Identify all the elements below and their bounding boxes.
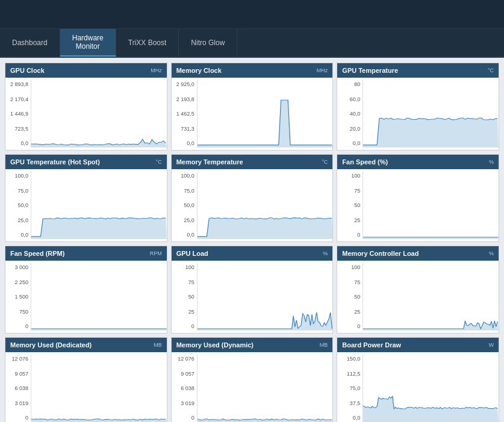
y-axis-label: 25 <box>354 309 360 315</box>
card-body-memory-used-dedicated: 12 0769 0576 0383 0190 <box>5 352 167 422</box>
y-axis-memory-controller-load: 1007550250 <box>337 263 362 330</box>
card-fan-speed-rpm: Fan Speed (RPM)RPM3 0002 2501 5007500 <box>5 246 167 334</box>
y-axis-label: 100,0 <box>14 173 28 179</box>
y-axis-label: 75,0 <box>350 385 361 391</box>
chart-gpu-temperature-hotspot <box>31 172 167 239</box>
chart-gpu-load <box>197 263 333 330</box>
y-axis-label: 0 <box>25 415 28 421</box>
y-axis-label: 80 <box>354 81 360 87</box>
y-axis-memory-used-dedicated: 12 0769 0576 0383 0190 <box>5 355 31 422</box>
card-body-gpu-temperature: 8060,040,020,00,0 <box>337 78 499 150</box>
y-axis-label: 37,5 <box>350 400 361 406</box>
y-axis-label: 723,5 <box>14 126 28 132</box>
y-axis-label: 0 <box>357 232 360 238</box>
minimize-button[interactable] <box>463 7 478 22</box>
card-unit-memory-controller-load: % <box>489 250 494 256</box>
y-axis-label: 25 <box>188 309 194 315</box>
y-axis-label: 75 <box>354 188 360 194</box>
card-unit-memory-temperature: °C <box>322 159 328 165</box>
close-button[interactable] <box>482 7 497 22</box>
y-axis-label: 75 <box>354 279 360 285</box>
card-unit-fan-speed-rpm: RPM <box>150 250 162 256</box>
card-unit-fan-speed-pct: % <box>489 159 494 165</box>
y-axis-label: 75,0 <box>17 188 28 194</box>
y-axis-label: 6 038 <box>14 385 28 391</box>
card-unit-memory-used-dedicated: MB <box>154 342 162 348</box>
title-buttons <box>463 7 497 22</box>
y-axis-label: 100,0 <box>181 173 194 179</box>
card-memory-temperature: Memory Temperature°C100,075,050,025,00,0 <box>171 154 334 242</box>
card-title-gpu-clock: GPU Clock <box>10 67 45 74</box>
card-title-memory-used-dedicated: Memory Used (Dedicated) <box>10 341 92 349</box>
tab-nitro-glow[interactable]: Nitro Glow <box>179 29 237 57</box>
card-header-fan-speed-rpm: Fan Speed (RPM)RPM <box>5 246 167 261</box>
card-header-gpu-load: GPU Load% <box>172 246 333 261</box>
card-title-memory-clock: Memory Clock <box>176 67 222 74</box>
card-header-memory-controller-load: Memory Controller Load% <box>337 246 499 261</box>
y-axis-label: 25 <box>354 217 360 223</box>
tab-hardware-monitor[interactable]: HardwareMonitor <box>60 29 116 57</box>
card-header-memory-used-dedicated: Memory Used (Dedicated)MB <box>5 338 167 352</box>
y-axis-label: 9 057 <box>181 371 194 377</box>
y-axis-label: 0 <box>25 323 28 329</box>
card-unit-gpu-temperature: °C <box>488 67 494 73</box>
y-axis-label: 0 <box>191 323 194 329</box>
y-axis-label: 2 170,4 <box>10 96 28 102</box>
y-axis-label: 100 <box>351 264 360 270</box>
card-body-gpu-clock: 2 893,82 170,41 446,9723,50,0 <box>5 78 167 150</box>
y-axis-label: 1 446,9 <box>10 111 28 117</box>
y-axis-label: 75,0 <box>184 188 194 194</box>
card-board-power-draw: Board Power DrawW150,0112,575,037,50,0 <box>337 337 499 422</box>
y-axis-label: 50 <box>354 202 360 208</box>
tab-dashboard[interactable]: Dashboard <box>0 29 60 57</box>
y-axis-gpu-load: 1007550250 <box>172 263 197 330</box>
y-axis-label: 12 076 <box>178 356 194 362</box>
card-body-memory-used-dynamic: 12 0769 0576 0383 0190 <box>172 352 333 422</box>
card-body-gpu-load: 1007550250 <box>172 261 333 333</box>
y-axis-label: 2 250 <box>14 279 28 285</box>
y-axis-gpu-clock: 2 893,82 170,41 446,9723,50,0 <box>5 80 31 147</box>
logo-area <box>7 13 12 16</box>
card-body-fan-speed-pct: 1007550250 <box>337 169 499 241</box>
card-memory-used-dynamic: Memory Used (Dynamic)MB12 0769 0576 0383… <box>171 337 334 422</box>
y-axis-label: 50 <box>188 294 194 300</box>
tab-trixx-boost[interactable]: TriXX Boost <box>116 29 179 57</box>
card-header-memory-used-dynamic: Memory Used (Dynamic)MB <box>172 338 333 352</box>
y-axis-label: 0 <box>357 323 360 329</box>
chart-memory-clock <box>197 80 333 147</box>
y-axis-label: 2 193,8 <box>176 96 194 102</box>
chart-gpu-temperature <box>362 80 499 147</box>
y-axis-label: 100 <box>185 264 194 270</box>
y-axis-label: 0,0 <box>187 140 194 146</box>
y-axis-label: 50,0 <box>17 202 28 208</box>
card-body-gpu-temperature-hotspot: 100,075,050,025,00,0 <box>5 169 167 241</box>
y-axis-gpu-temperature: 8060,040,020,00,0 <box>337 80 362 147</box>
chart-memory-used-dynamic <box>197 355 333 422</box>
card-unit-memory-clock: MHz <box>317 67 328 73</box>
y-axis-label: 0,0 <box>353 415 361 421</box>
card-header-gpu-temperature-hotspot: GPU Temperature (Hot Spot)°C <box>5 155 167 169</box>
y-axis-fan-speed-rpm: 3 0002 2501 5007500 <box>5 263 31 330</box>
card-title-gpu-load: GPU Load <box>176 250 208 257</box>
chart-memory-used-dedicated <box>31 355 167 422</box>
card-header-memory-temperature: Memory Temperature°C <box>172 155 333 169</box>
y-axis-label: 0,0 <box>20 232 28 238</box>
y-axis-memory-temperature: 100,075,050,025,00,0 <box>172 172 197 239</box>
y-axis-label: 50 <box>354 294 360 300</box>
title-bar <box>0 0 504 29</box>
card-gpu-load: GPU Load%1007550250 <box>171 246 334 334</box>
y-axis-label: 0 <box>191 415 194 421</box>
y-axis-memory-clock: 2 925,02 193,81 462,5731,30,0 <box>172 80 197 147</box>
y-axis-label: 20,0 <box>350 126 361 132</box>
card-body-memory-controller-load: 1007550250 <box>337 261 499 333</box>
y-axis-label: 9 057 <box>14 371 28 377</box>
card-body-memory-clock: 2 925,02 193,81 462,5731,30,0 <box>172 78 333 150</box>
y-axis-label: 112,5 <box>347 371 361 377</box>
chart-gpu-clock <box>31 80 167 147</box>
y-axis-label: 731,3 <box>181 126 194 132</box>
y-axis-board-power-draw: 150,0112,575,037,50,0 <box>337 355 362 422</box>
y-axis-label: 2 893,8 <box>10 81 28 87</box>
y-axis-label: 25,0 <box>184 217 194 223</box>
card-gpu-temperature: GPU Temperature°C8060,040,020,00,0 <box>337 63 499 150</box>
card-title-memory-controller-load: Memory Controller Load <box>342 250 418 257</box>
